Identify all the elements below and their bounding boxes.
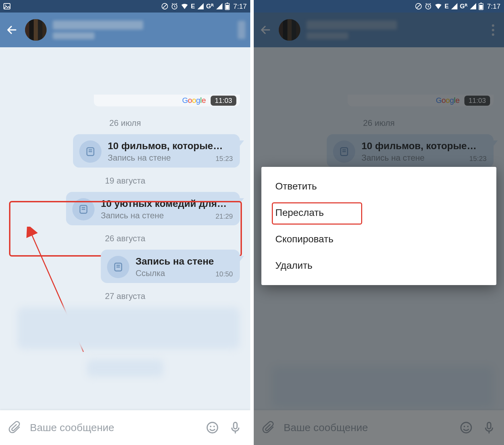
gr-label: Gᴿ [460,2,468,10]
chat-messages[interactable]: Google 11:03 26 июля 10 фильмов, которые… [0,95,250,377]
menu-item-delete[interactable]: Удалить [261,252,496,279]
svg-rect-17 [116,267,120,268]
back-button[interactable] [5,23,19,37]
menu-item-copy[interactable]: Скопировать [261,226,496,252]
svg-rect-28 [480,5,483,9]
image-icon [3,2,11,10]
message-title: Запись на стене [136,256,233,267]
svg-rect-21 [234,422,237,429]
message-bubble[interactable]: 10 фильмов, которые… Запись на стене 15:… [73,134,240,168]
wall-post-icon [79,140,101,163]
contact-status-blurred [53,32,95,39]
alarm-icon [171,2,178,10]
message-blurred[interactable] [87,359,163,377]
svg-point-20 [213,426,215,427]
menu-item-reply[interactable]: Ответить [261,173,496,200]
wall-post-icon [107,256,129,278]
svg-rect-16 [116,265,120,266]
status-time: 7:17 [487,2,501,10]
wifi-icon [180,2,189,10]
wifi-icon [434,2,442,10]
message-title: 10 уютных комедий для… [101,198,233,209]
attach-icon[interactable] [7,420,23,436]
status-time: 7:17 [233,2,247,10]
wall-post-icon [72,198,95,220]
emoji-icon[interactable] [204,420,220,436]
google-logo: Google [182,96,206,105]
net-type-label: E [191,3,195,10]
date-separator: 26 августа [0,234,250,243]
message-input[interactable]: Ваше сообщение [30,422,197,434]
no-sign-icon [415,2,422,10]
contact-avatar[interactable] [25,19,47,41]
svg-point-1 [5,5,6,6]
gr-label: Gᴿ [206,2,214,10]
svg-rect-13 [82,209,85,210]
battery-icon [225,2,230,10]
svg-line-3 [163,5,167,8]
no-sign-icon [161,2,169,10]
status-bar: E Gᴿ 7:17 [0,0,250,13]
message-bubble[interactable]: 10 уютных комедий для… Запись на стене 2… [66,192,240,225]
signal2-icon [216,3,223,10]
message-subtitle: Запись на стене [101,211,164,220]
svg-point-18 [207,422,218,433]
battery-icon [479,2,483,10]
contact-name-blurred [53,21,143,30]
svg-point-19 [210,426,211,427]
map-time-badge: 11:03 [211,96,236,106]
status-bar: E Gᴿ 7:17 [254,0,504,13]
date-separator: 19 августа [0,176,250,186]
message-subtitle: Запись на стене [108,153,171,163]
svg-rect-27 [480,3,482,4]
message-blurred[interactable] [17,307,240,349]
message-time: 10:50 [216,270,233,278]
map-message-remnant[interactable]: Google 11:03 [94,95,240,106]
svg-rect-9 [89,149,92,151]
svg-rect-6 [227,3,228,4]
alarm-icon [424,2,432,10]
signal-icon [197,3,204,10]
svg-rect-10 [89,151,92,152]
message-title: 10 фильмов, которые… [108,140,233,152]
svg-line-24 [417,5,421,8]
phone-right: E Gᴿ 7:17 Google [254,0,504,445]
svg-rect-12 [82,207,85,208]
date-separator: 27 августа [0,291,250,301]
message-time: 15:23 [216,155,233,163]
message-input-bar: Ваше сообщение [0,410,250,445]
signal-icon [451,3,458,10]
chat-header [0,13,250,47]
message-context-menu: Ответить Переслать Скопировать Удалить [261,167,496,285]
voice-icon[interactable] [227,420,243,436]
date-separator: 26 июля [0,118,250,128]
message-subtitle: Ссылка [136,268,165,278]
message-time: 21:29 [216,212,233,220]
signal2-icon [470,3,477,10]
net-type-label: E [445,3,449,10]
phone-left: E Gᴿ 7:17 Google [0,0,250,445]
header-action-blurred[interactable] [238,21,245,39]
menu-item-forward[interactable]: Переслать [261,200,496,226]
message-bubble[interactable]: Запись на стене Ссылка 10:50 [101,250,240,283]
svg-rect-7 [226,5,229,9]
